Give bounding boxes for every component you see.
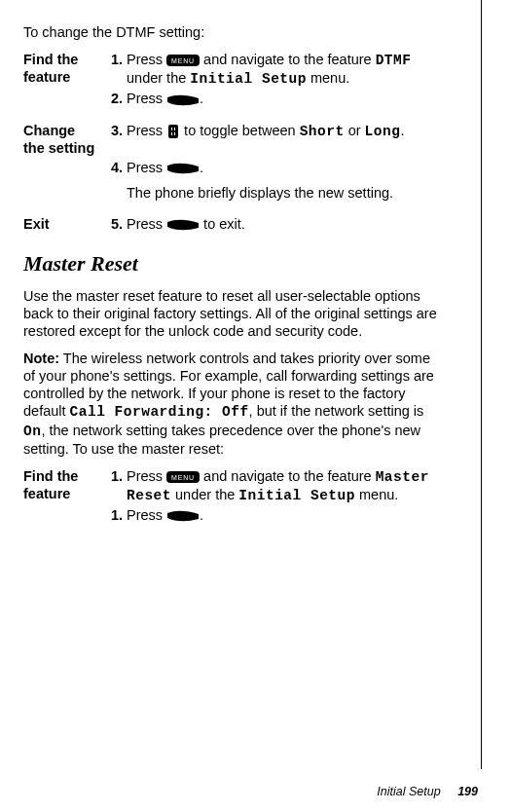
softkey-icon (166, 510, 200, 522)
vertical-divider (481, 0, 483, 769)
step-num: 1. (99, 467, 127, 504)
ui-long: Long (365, 124, 401, 139)
intro-text: To change the DTMF setting: (23, 23, 442, 41)
step-4-note: The phone briefly displays the new setti… (99, 184, 442, 202)
step-num: 2. (99, 90, 127, 107)
text: under the (171, 487, 238, 502)
step-1-row: Find the feature 1. Press and navigate t… (23, 51, 442, 88)
menu-key-icon (166, 55, 200, 66)
text: menu. (355, 487, 398, 502)
text: Press (127, 468, 166, 484)
step-text: Press . (127, 159, 442, 176)
label-find-feature: Find the feature (23, 467, 99, 504)
ui-dtmf: DTMF (376, 53, 412, 68)
heading-master-reset: Master Reset (23, 250, 442, 277)
menu-key-icon (166, 471, 200, 483)
step-text: Press and navigate to the feature Master… (127, 467, 442, 504)
sec2-step-2-row: 1. Press . (99, 506, 442, 524)
text: and navigate to the feature (200, 468, 376, 484)
step-4-row: 4. Press . (99, 159, 442, 176)
ui-short: Short (300, 124, 345, 139)
ui-initial-setup: Initial Setup (238, 488, 355, 503)
end-key-icon (166, 219, 200, 231)
sec2-step-1-row: Find the feature 1. Press and navigate t… (23, 467, 442, 504)
text: . (200, 91, 203, 106)
step-text: Press and navigate to the feature DTMF u… (127, 51, 442, 88)
step-num: 1. (99, 51, 127, 88)
label-find-feature: Find the feature (23, 51, 99, 88)
step-text: Press . (127, 90, 442, 107)
text: Press (127, 91, 166, 106)
para-1: Use the master reset feature to reset al… (23, 287, 442, 340)
text: menu. (307, 70, 349, 86)
text: . (200, 160, 203, 175)
note-text: The phone briefly displays the new setti… (127, 184, 442, 202)
text: . (400, 123, 404, 138)
para-2-note: Note: The wireless network controls and … (23, 350, 442, 458)
note-label: Note: (23, 351, 59, 366)
step-text: Press to toggle between Short or Long. (127, 122, 442, 157)
text: Press (127, 507, 166, 523)
softkey-icon (166, 94, 200, 106)
step-3-row: Change the setting 3. Press to toggle be… (23, 122, 442, 157)
text: and navigate to the feature (200, 52, 376, 67)
text: under the (127, 70, 190, 86)
page-footer: Initial Setup 199 (377, 785, 478, 800)
text: Press (127, 160, 166, 175)
step-num: 3. (99, 122, 127, 157)
text: Press (127, 52, 166, 67)
step-text: Press to exit. (127, 215, 442, 233)
text: or (345, 123, 365, 138)
nav-key-icon (166, 125, 180, 138)
text: to exit. (200, 216, 245, 232)
step-text: Press . (127, 506, 442, 524)
step-5-row: Exit 5. Press to exit. (23, 215, 442, 233)
softkey-icon (166, 163, 200, 174)
page-number: 199 (457, 785, 478, 798)
text: , the network setting takes precedence o… (23, 423, 420, 457)
label-change-setting: Change the setting (23, 122, 99, 157)
step-2-row: 2. Press . (99, 90, 442, 107)
text: . (200, 507, 203, 523)
step-num: 1. (99, 506, 127, 524)
footer-section: Initial Setup (377, 785, 440, 798)
text: to toggle between (180, 123, 300, 138)
step-num: 4. (99, 159, 127, 176)
label-exit: Exit (23, 215, 99, 233)
ui-on: On (23, 424, 41, 439)
ui-initial-setup: Initial Setup (190, 71, 307, 87)
text: Press (127, 123, 166, 138)
step-num: 5. (99, 215, 127, 233)
text: Press (127, 216, 166, 232)
ui-call-forwarding-off: Call Forwarding: Off (70, 404, 249, 420)
text: , but if the network setting is (249, 403, 424, 419)
